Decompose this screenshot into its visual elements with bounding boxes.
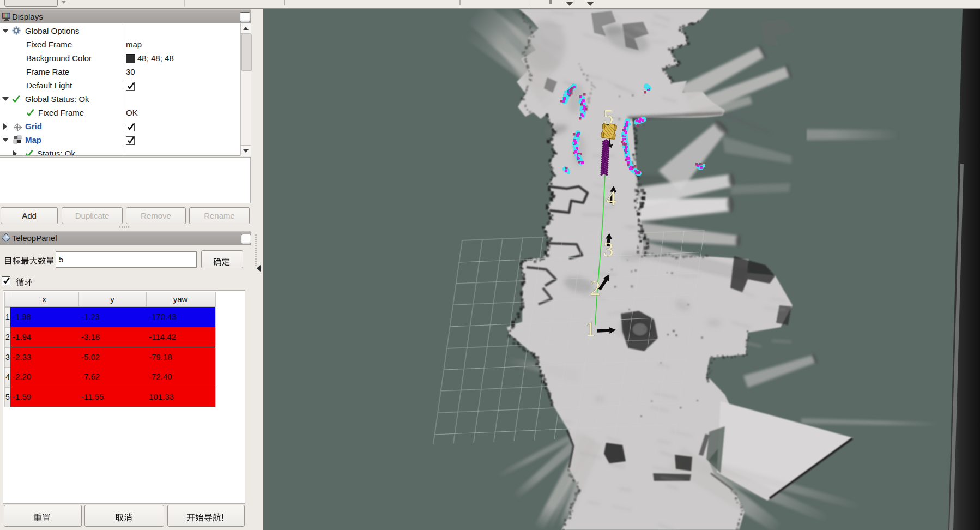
svg-text:4: 4 bbox=[606, 187, 616, 209]
svg-text:3: 3 bbox=[603, 238, 614, 261]
svg-text:1: 1 bbox=[585, 318, 596, 340]
svg-text:2: 2 bbox=[590, 277, 601, 299]
svg-text:5: 5 bbox=[603, 106, 614, 128]
